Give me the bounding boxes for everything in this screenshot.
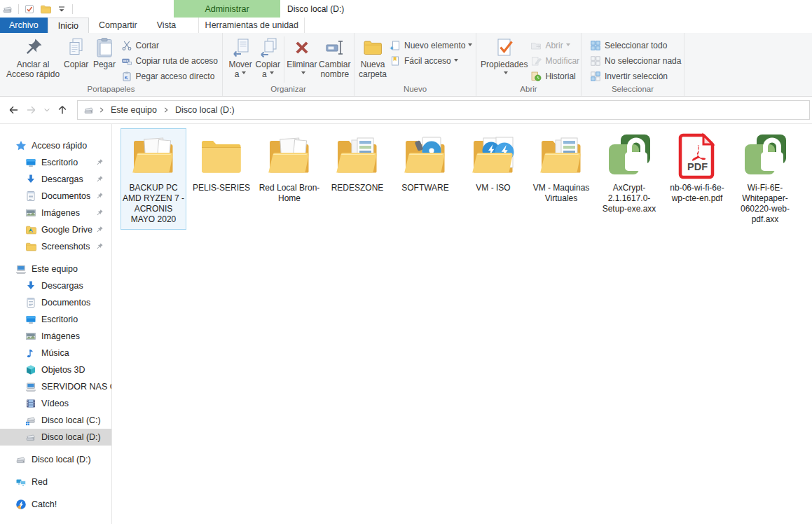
sidebar-item-servidor-nas-qna[interactable]: SERVIDOR NAS QNA — [0, 378, 111, 395]
pin-to-quick-access-button[interactable]: Anclar alAcceso rápido — [4, 34, 62, 79]
recent-locations-dropdown-icon[interactable] — [41, 101, 53, 119]
pictures-icon — [25, 207, 36, 219]
file-item-vm-maquinas-virtuales[interactable]: VM - Maquinas Virtuales — [528, 128, 594, 209]
tab-compartir[interactable]: Compartir — [89, 18, 147, 33]
sidebar-item-descargas[interactable]: Descargas — [0, 277, 111, 294]
drive-c-icon — [25, 415, 36, 426]
file-item-axcrypt-2-1-1617-0-setup-exe-axx[interactable]: AxCrypt-2.1.1617.0-Setup-exe.axx — [596, 128, 662, 219]
breadcrumb-item-este-equipo[interactable]: Este equipo — [107, 101, 160, 119]
sidebar-item-este-equipo[interactable]: Este equipo — [0, 261, 111, 277]
invert-selection-button[interactable]: Invertir selección — [587, 69, 684, 84]
sidebar-item-label: Este equipo — [32, 264, 78, 274]
drive-icon — [83, 104, 95, 116]
file-item-label: nb-06-wi-fi-6e-wp-cte-en.pdf — [665, 183, 729, 204]
invert-selection-icon — [590, 71, 601, 82]
group-label-abrir: Abrir — [476, 84, 581, 96]
folder-pictures-icon — [536, 131, 586, 183]
sidebar-item-acceso-r-pido[interactable]: Acceso rápido — [0, 137, 111, 154]
copy-button[interactable]: Copiar — [62, 34, 90, 70]
select-none-icon — [590, 55, 601, 67]
sidebar-item-disco-local-d[interactable]: Disco local (D:) — [0, 429, 111, 446]
file-item-software[interactable]: SOFTWARE — [392, 128, 458, 198]
open-button[interactable]: Abrir — [528, 38, 582, 53]
file-item-backup-pc-amd-ryzen-7-acronis-mayo-2020[interactable]: BACKUP PC AMD RYZEN 7 - ACRONIS MAYO 202… — [121, 128, 186, 230]
sidebar-item-documentos[interactable]: Documentos — [0, 188, 111, 205]
sidebar-item-escritorio[interactable]: Escritorio — [0, 311, 111, 328]
sidebar-item-label: Disco local (C:) — [41, 415, 101, 425]
paste-shortcut-button[interactable]: Pegar acceso directo — [118, 69, 221, 84]
copy-path-button[interactable]: Copiar ruta de acceso — [118, 53, 221, 69]
documents-icon — [25, 297, 36, 308]
forward-button[interactable] — [22, 101, 41, 119]
file-item-pelis-series[interactable]: PELIS-SERIES — [188, 128, 254, 198]
pdf-icon: PDF — [672, 131, 722, 183]
new-folder-quick-icon[interactable] — [40, 4, 51, 15]
file-item-red-local-bron-home[interactable]: Red Local Bron-Home — [256, 128, 322, 209]
file-list: BACKUP PC AMD RYZEN 7 - ACRONIS MAYO 202… — [112, 124, 812, 524]
sidebar-item-escritorio[interactable]: Escritorio — [0, 154, 111, 171]
sidebar-item-m-sica[interactable]: Música — [0, 345, 111, 361]
sidebar-item-label: Disco local (D:) — [41, 432, 101, 442]
sidebar-item-google-drive[interactable]: Google Drive — [0, 221, 111, 238]
sidebar-item-label: SERVIDOR NAS QNA — [41, 382, 111, 392]
documents-icon — [25, 191, 36, 202]
google-drive-icon — [25, 224, 36, 235]
customize-toolbar-dropdown-icon[interactable] — [56, 4, 67, 15]
select-all-button[interactable]: Seleccionar todo — [587, 38, 684, 53]
sidebar-item-descargas[interactable]: Descargas — [0, 171, 111, 188]
sidebar-item-objetos-3d[interactable]: Objetos 3D — [0, 361, 111, 378]
select-none-button[interactable]: No seleccionar nada — [587, 53, 684, 69]
sidebar-item-label: Catch! — [32, 499, 57, 509]
downloads-icon — [25, 280, 36, 291]
axcrypt-lock-icon — [604, 131, 654, 183]
navigation-bar: Este equipoDisco local (D:) — [0, 97, 812, 124]
delete-button[interactable]: Eliminar — [287, 34, 317, 79]
sidebar-item-screenshots[interactable]: Screenshots — [0, 238, 111, 255]
properties-quick-icon[interactable] — [24, 4, 35, 15]
cut-button[interactable]: Cortar — [118, 38, 221, 53]
sidebar-item-im-genes[interactable]: Imágenes — [0, 328, 111, 345]
rename-button[interactable]: Cambiarnombre — [317, 34, 352, 79]
ribbon-group-abrir: Propiedades Abrir Modificar Historial — [476, 33, 582, 96]
tab-inicio[interactable]: Inicio — [48, 18, 89, 33]
copy-to-button[interactable]: Copiara — [254, 34, 282, 79]
sidebar-item-label: Escritorio — [41, 315, 78, 324]
file-item-vm-iso[interactable]: VM - ISO — [460, 128, 526, 198]
sidebar-item-red[interactable]: Red — [0, 474, 111, 490]
file-item-nb-06-wi-fi-6e-wp-cte-en-pdf[interactable]: PDFnb-06-wi-fi-6e-wp-cte-en.pdf — [664, 128, 730, 209]
tab-herramientas-de-unidad[interactable]: Herramientas de unidad — [198, 18, 305, 33]
up-button[interactable] — [53, 101, 71, 119]
new-item-button[interactable]: Nuevo elemento — [387, 38, 475, 53]
file-item-wi-fi-6e-whitepaper-060220-web-pdf-axx[interactable]: Wi-Fi-6E-Whitepaper-060220-web-pdf.axx — [732, 128, 798, 230]
this-pc-icon — [15, 263, 27, 275]
sidebar-item-disco-local-c[interactable]: Disco local (C:) — [0, 412, 111, 429]
tab-vista[interactable]: Vista — [147, 18, 186, 33]
this-pc-icon — [25, 381, 36, 392]
easy-access-button[interactable]: Fácil acceso — [387, 53, 475, 69]
sidebar-item-v-deos[interactable]: Vídeos — [0, 395, 111, 412]
properties-button[interactable]: Propiedades — [481, 34, 528, 79]
edit-button[interactable]: Modificar — [528, 53, 582, 69]
pin-icon — [95, 175, 104, 184]
pin-icon — [95, 226, 104, 234]
breadcrumb-item-disco-local-d[interactable]: Disco local (D:) — [172, 101, 238, 119]
tab-archivo[interactable]: Archivo — [0, 18, 48, 33]
crumb-chevron-icon — [161, 105, 171, 115]
history-button[interactable]: Historial — [528, 69, 582, 84]
drive-icon — [25, 432, 36, 443]
file-item-redeszone[interactable]: REDESZONE — [324, 128, 390, 198]
new-folder-button[interactable]: Nuevacarpeta — [359, 34, 387, 79]
move-to-button[interactable]: Movera — [227, 34, 254, 79]
sidebar-item-im-genes[interactable]: Imágenes — [0, 205, 111, 221]
sidebar-item-label: Descargas — [41, 281, 83, 291]
paste-button[interactable]: Pegar — [90, 34, 118, 70]
sidebar-item-documentos[interactable]: Documentos — [0, 294, 111, 311]
back-button[interactable] — [4, 101, 22, 119]
file-item-label: REDESZONE — [325, 183, 390, 193]
sidebar-item-disco-local-d[interactable]: Disco local (D:) — [0, 451, 111, 468]
new-folder-icon — [362, 36, 384, 59]
sidebar-item-catch[interactable]: Catch! — [0, 496, 111, 513]
svg-text:PDF: PDF — [687, 161, 708, 172]
address-bar[interactable]: Este equipoDisco local (D:) — [77, 100, 810, 120]
divider — [284, 36, 284, 83]
